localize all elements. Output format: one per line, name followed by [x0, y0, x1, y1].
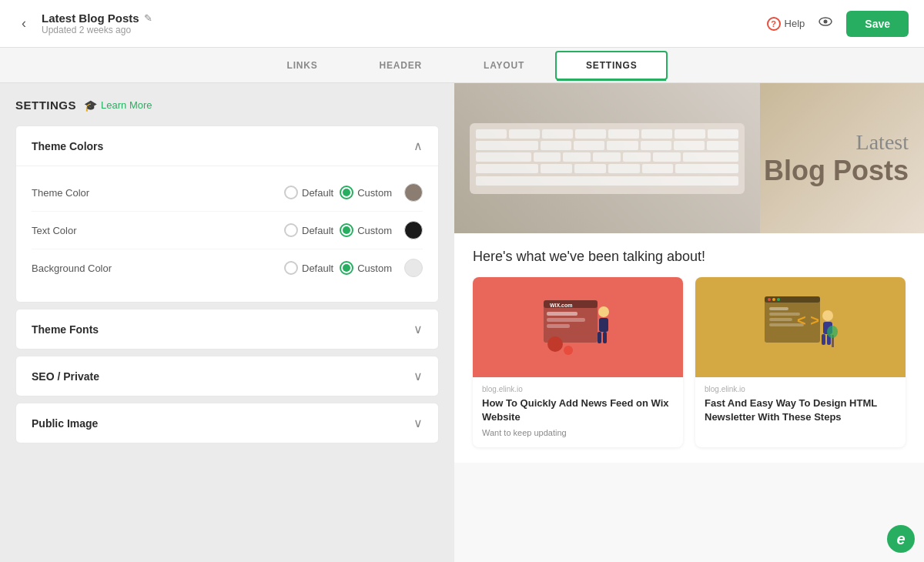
preview-body: Here's what we've been talking about! Wi… — [454, 233, 924, 463]
text-color-default-option[interactable]: Default — [284, 223, 333, 237]
edit-icon[interactable]: ✎ — [144, 12, 152, 24]
svg-rect-7 — [547, 324, 570, 328]
background-color-swatch[interactable] — [404, 259, 423, 277]
text-color-custom-label: Custom — [357, 225, 392, 236]
theme-colors-body: Theme Color Default Custom — [16, 166, 438, 302]
updated-text: Updated 2 weeks ago — [42, 25, 152, 35]
preview-subtitle: Here's what we've been talking about! — [473, 249, 906, 265]
topbar: ‹ Latest Blog Posts ✎ Updated 2 weeks ag… — [0, 0, 924, 48]
svg-point-8 — [598, 306, 609, 317]
public-image-accordion: Public Image ∨ — [15, 403, 439, 443]
background-color-default-option[interactable]: Default — [284, 261, 333, 275]
left-panel: SETTINGS 🎓 Learn More Theme Colors ∧ The… — [0, 83, 454, 562]
text-color-default-label: Default — [302, 225, 333, 236]
card-1-desc: Want to keep updating — [482, 427, 674, 439]
public-image-title: Public Image — [32, 417, 98, 430]
nav-tabs: LINKS HEADER LAYOUT SETTINGS — [0, 48, 924, 83]
learn-more-link[interactable]: 🎓 Learn More — [84, 99, 152, 112]
text-color-custom-option[interactable]: Custom — [340, 223, 392, 237]
settings-header: SETTINGS 🎓 Learn More — [15, 99, 439, 112]
theme-colors-chevron-icon: ∧ — [413, 139, 423, 153]
svg-rect-6 — [547, 318, 585, 322]
preview-header-image: Latest Blog Posts — [454, 83, 924, 233]
svg-rect-5 — [547, 312, 578, 316]
back-button[interactable]: ‹ — [15, 12, 32, 35]
card-1-title: How To Quickly Add News Feed on Wix Webs… — [482, 396, 674, 424]
public-image-header[interactable]: Public Image ∨ — [16, 403, 438, 443]
preview-blog-title: Latest Blog Posts — [764, 130, 909, 187]
background-color-custom-radio[interactable] — [340, 261, 353, 275]
topbar-right: ? Help Save — [767, 11, 909, 37]
tab-header[interactable]: HEADER — [349, 51, 453, 80]
theme-color-default-radio[interactable] — [284, 186, 298, 199]
background-color-default-radio[interactable] — [284, 261, 298, 275]
background-color-options: Default Custom — [284, 259, 423, 277]
svg-rect-10 — [598, 332, 601, 343]
card-2-title: Fast And Easy Way To Design HTML Newslet… — [705, 396, 896, 424]
svg-point-18 — [777, 298, 780, 301]
text-color-default-radio[interactable] — [284, 223, 298, 237]
theme-color-swatch[interactable] — [404, 183, 423, 202]
svg-rect-9 — [599, 318, 608, 332]
html-illustration: < > — [758, 289, 843, 366]
public-image-chevron-icon: ∨ — [413, 416, 423, 430]
background-color-custom-label: Custom — [357, 263, 392, 274]
text-color-label: Text Color — [32, 225, 77, 236]
title-section: Latest Blog Posts ✎ Updated 2 weeks ago — [42, 12, 152, 35]
help-label: Help — [785, 18, 805, 29]
text-color-swatch[interactable] — [404, 221, 423, 239]
text-color-options: Default Custom — [284, 221, 423, 239]
svg-rect-21 — [769, 318, 792, 321]
tab-layout[interactable]: LAYOUT — [453, 51, 555, 80]
page-title: Latest Blog Posts — [42, 12, 139, 25]
right-panel: Latest Blog Posts Here's what we've been… — [454, 83, 924, 562]
svg-point-16 — [768, 298, 771, 301]
svg-rect-26 — [822, 334, 825, 345]
card-1-body: blog.elink.io How To Quickly Add News Fe… — [473, 377, 683, 447]
eye-icon — [817, 13, 834, 30]
svg-point-29 — [827, 326, 838, 338]
svg-point-24 — [822, 310, 833, 321]
theme-fonts-header[interactable]: Theme Fonts ∨ — [16, 309, 438, 349]
text-color-custom-radio[interactable] — [340, 223, 353, 237]
theme-colors-title: Theme Colors — [32, 140, 103, 152]
topbar-left: ‹ Latest Blog Posts ✎ Updated 2 weeks ag… — [15, 12, 152, 35]
text-color-row: Text Color Default Custom — [32, 212, 423, 249]
svg-rect-19 — [769, 307, 788, 310]
tab-links[interactable]: LINKS — [256, 51, 349, 80]
card-2: < > blog.elink.io Fas — [695, 277, 906, 447]
learn-more-icon: 🎓 — [84, 99, 97, 112]
svg-point-1 — [824, 20, 828, 24]
background-color-custom-option[interactable]: Custom — [340, 261, 392, 275]
keyboard-illustration — [454, 83, 760, 233]
seo-private-accordion: SEO / Private ∨ — [15, 356, 439, 396]
svg-rect-20 — [769, 313, 800, 316]
card-2-body: blog.elink.io Fast And Easy Way To Desig… — [695, 377, 906, 435]
theme-color-default-label: Default — [302, 187, 333, 199]
card-1-image: WiX.com — [473, 277, 683, 377]
theme-color-custom-radio[interactable] — [340, 186, 353, 199]
theme-color-row: Theme Color Default Custom — [32, 174, 423, 212]
theme-color-default-option[interactable]: Default — [284, 186, 333, 199]
svg-rect-11 — [603, 332, 607, 343]
learn-more-label: Learn More — [101, 99, 152, 111]
theme-color-label: Theme Color — [32, 187, 89, 199]
theme-colors-accordion: Theme Colors ∧ Theme Color Default Custo… — [15, 125, 439, 303]
background-color-label: Background Color — [32, 263, 112, 274]
wix-illustration: WiX.com — [536, 289, 621, 366]
seo-private-header[interactable]: SEO / Private ∨ — [16, 356, 438, 396]
save-button[interactable]: Save — [846, 11, 909, 37]
theme-color-custom-option[interactable]: Custom — [340, 186, 392, 199]
card-1-source: blog.elink.io — [482, 385, 674, 393]
preview-button[interactable] — [817, 13, 834, 34]
elink-badge-letter: e — [896, 530, 905, 548]
keyboard-visual — [470, 123, 745, 194]
theme-colors-header[interactable]: Theme Colors ∧ — [16, 126, 438, 166]
tab-settings[interactable]: SETTINGS — [555, 51, 668, 80]
help-button[interactable]: ? Help — [767, 17, 805, 31]
blog-latest-text: Latest — [764, 130, 909, 155]
svg-text:< >: < > — [797, 312, 819, 329]
theme-color-options: Default Custom — [284, 183, 423, 202]
card-2-image: < > — [695, 277, 906, 377]
card-1: WiX.com — [473, 277, 683, 447]
